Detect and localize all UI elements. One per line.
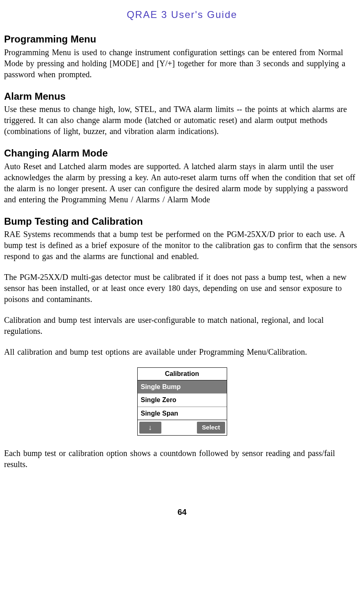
calibration-panel: Calibration Single Bump Single Zero Sing… (137, 367, 227, 436)
paragraph-bump-p2: The PGM-25XX/D multi-gas detector must b… (4, 272, 360, 305)
page-number: 64 (4, 507, 360, 518)
paragraph-alarm-menus: Use these menus to change high, low, STE… (4, 104, 360, 137)
heading-bump-testing: Bump Testing and Calibration (4, 215, 360, 228)
calibration-row-single-zero[interactable]: Single Zero (138, 394, 227, 407)
calibration-row-single-span[interactable]: Single Span (138, 407, 227, 420)
down-button[interactable]: ↓ (139, 422, 161, 433)
paragraph-bump-p4: All calibration and bump test options ar… (4, 347, 360, 358)
paragraph-programming: Programming Menu is used to change instr… (4, 47, 360, 80)
heading-programming-menu: Programming Menu (4, 33, 360, 46)
calibration-footer: ↓ Select (138, 420, 227, 435)
arrow-down-icon: ↓ (148, 424, 152, 431)
heading-alarm-menus: Alarm Menus (4, 90, 360, 103)
paragraph-bump-p3: Calibration and bump test intervals are … (4, 315, 360, 337)
paragraph-bump-p1: RAE Systems recommends that a bump test … (4, 229, 360, 262)
paragraph-bump-p5: Each bump test or calibration option sho… (4, 448, 360, 470)
calibration-row-single-bump[interactable]: Single Bump (138, 380, 227, 394)
document-title: QRAE 3 User's Guide (4, 8, 360, 21)
heading-changing-alarm-mode: Changing Alarm Mode (4, 147, 360, 160)
calibration-panel-title: Calibration (138, 368, 227, 380)
select-button[interactable]: Select (197, 422, 225, 433)
paragraph-changing-alarm-mode: Auto Reset and Latched alarm modes are s… (4, 161, 360, 205)
